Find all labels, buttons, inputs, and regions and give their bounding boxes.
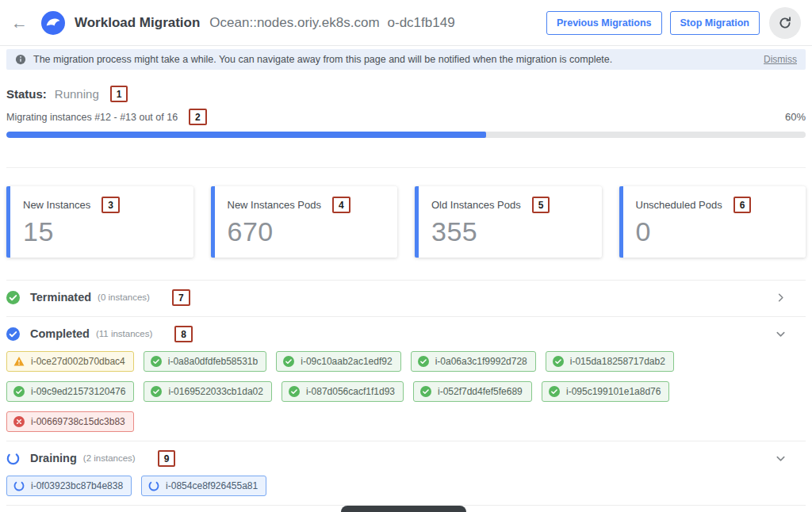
section-header-terminated[interactable]: Terminated (0 instances) 7 [6,287,806,308]
section-header-completed[interactable]: Completed (11 instances) 8 [6,323,806,344]
instance-chip[interactable]: i-0ce27d002b70dbac4 [6,351,134,372]
annotation-marker-6: 6 [733,197,752,213]
instance-chip[interactable]: i-0169522033cb1da02 [144,381,271,402]
draining-spinner-icon [6,452,20,465]
dismiss-link[interactable]: Dismiss [764,54,797,65]
check-circle-icon [420,386,431,397]
annotation-marker-2: 2 [189,109,207,125]
check-circle-icon [549,386,560,397]
refresh-button[interactable] [769,7,801,39]
card-title: Unscheduled Pods [636,199,722,211]
info-icon [15,54,26,65]
check-circle-icon [289,386,300,397]
card-new-instances-pods: New Instances Pods 4 670 [211,186,398,258]
annotation-marker-9: 9 [158,450,176,467]
instance-chip[interactable]: i-09c10aab2ac1edf92 [276,351,400,372]
card-new-instances: New Instances 3 15 [6,186,193,258]
instance-id: i-015da18258717dab2 [570,356,665,367]
instance-chip[interactable]: i-0a06a3c1f9992d728 [411,351,536,372]
check-circle-icon [283,356,294,367]
progress-percent: 60% [785,111,806,123]
card-title: New Instances Pods [228,199,322,211]
page-header: ← Workload Migration Ocean::nodes.oriy.e… [0,0,812,46]
instance-id: i-0ce27d002b70dbac4 [31,356,125,367]
draining-instance-chips: i-0f03923bc87b4e838 i-0854ce8f926455a81 [6,476,806,496]
annotation-marker-7: 7 [172,289,190,306]
instance-id: i-0854ce8f926455a81 [166,480,258,491]
section-title: Terminated [30,291,91,304]
card-title: New Instances [23,199,90,211]
card-title: Old Instances Pods [431,199,521,211]
instance-id: i-087d056cacf1f1d93 [306,386,395,397]
spinner-icon [148,480,159,491]
summary-cards: New Instances 3 15 New Instances Pods 4 … [6,186,806,258]
chevron-down-icon[interactable] [775,328,787,340]
instance-id: i-09c9ed21573120476 [31,386,125,397]
annotation-marker-3: 3 [102,197,120,213]
cluster-name: Ocean::nodes.oriy.ek8s.com [209,15,379,31]
card-value: 0 [636,216,794,247]
instance-id: i-095c199101e1a8d76 [566,386,661,397]
section-count: (2 instances) [83,453,136,463]
progress-bar [6,132,806,138]
annotation-marker-8: 8 [174,326,193,342]
card-value: 15 [23,216,181,247]
section-terminated: Terminated (0 instances) 7 [6,280,806,316]
instance-id: i-0169522033cb1da02 [168,386,262,397]
back-arrow-icon[interactable]: ← [11,13,32,32]
check-circle-icon [13,386,25,397]
section-completed: Completed (11 instances) 8 i-0ce27d002b7… [6,316,806,441]
instance-id: i-00669738c15dc3b83 [31,416,125,427]
page-title: Workload Migration [75,15,200,31]
stop-migration-button[interactable]: Stop Migration [670,11,760,35]
instance-chip[interactable]: i-0a8a0dfdfeb58531b [144,351,266,372]
status-label: Status: [6,87,47,101]
refresh-icon [778,16,792,30]
migration-id: o-dc1fb149 [388,15,455,31]
instance-id: i-09c10aab2ac1edf92 [301,356,392,367]
instance-id: i-0a8a0dfdfeb58531b [168,356,258,367]
check-circle-icon [151,386,162,397]
instance-chip[interactable]: i-087d056cacf1f1d93 [282,381,404,402]
bottom-toast-partial [341,506,466,512]
instance-chip[interactable]: i-00669738c15dc3b83 [6,411,134,432]
section-count: (0 instances) [98,292,150,302]
card-unscheduled-pods: Unscheduled Pods 6 0 [619,186,806,258]
migrating-text: Migrating instances #12 - #13 out of 16 [6,112,178,123]
card-value: 355 [431,216,589,247]
chevron-right-icon[interactable] [775,292,787,304]
section-draining: Draining (2 instances) 9 i-0f03923bc87b4… [6,441,806,505]
previous-migrations-button[interactable]: Previous Migrations [546,11,661,35]
chevron-down-icon[interactable] [775,453,787,464]
section-count: (11 instances) [96,329,152,338]
card-old-instances-pods: Old Instances Pods 5 355 [415,186,602,258]
ocean-logo-icon [41,11,65,35]
spinner-icon [13,480,25,491]
completed-instance-chips: i-0ce27d002b70dbac4 i-0a8a0dfdfeb58531b … [6,351,806,432]
banner-message: The migration process might take a while… [33,54,612,65]
instance-chip[interactable]: i-095c199101e1a8d76 [542,381,669,402]
instance-chip[interactable]: i-0f03923bc87b4e838 [6,476,132,496]
progress-bar-fill [6,132,486,138]
instance-id: i-0f03923bc87b4e838 [31,480,123,491]
error-x-circle-icon [13,416,25,427]
section-title: Completed [30,327,90,340]
completed-check-icon [6,327,20,341]
terminated-check-icon [6,291,20,304]
check-circle-icon [553,356,564,367]
section-header-draining[interactable]: Draining (2 instances) 9 [6,448,806,468]
workload-migration-page: ← Workload Migration Ocean::nodes.oriy.e… [0,0,812,512]
instance-chip[interactable]: i-015da18258717dab2 [546,351,674,372]
annotation-marker-5: 5 [532,197,550,213]
instance-chip[interactable]: i-0854ce8f926455a81 [141,476,266,496]
instance-chip[interactable]: i-09c9ed21573120476 [6,381,134,402]
check-circle-icon [418,356,429,367]
check-circle-icon [151,356,162,367]
section-title: Draining [30,452,77,464]
warning-triangle-icon [13,356,25,367]
status-value: Running [55,87,99,101]
annotation-marker-1: 1 [110,86,128,102]
info-banner: The migration process might take a while… [6,49,806,70]
card-value: 670 [228,216,385,247]
instance-chip[interactable]: i-052f7dd4fef5fe689 [413,381,532,402]
